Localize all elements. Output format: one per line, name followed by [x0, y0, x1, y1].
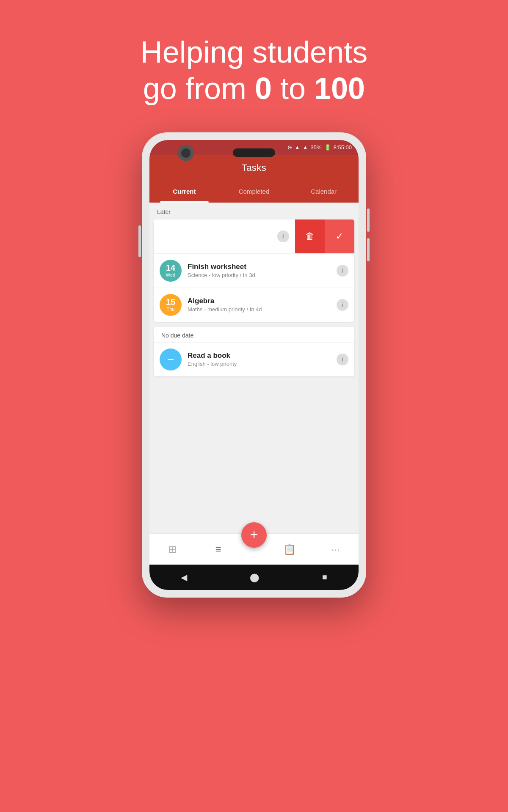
algebra-task-subtitle: Maths - medium priority / In 4d	[188, 306, 337, 313]
dnd-icon: ⊖	[287, 144, 292, 151]
algebra-task-text: Algebra Maths - medium priority / In 4d	[188, 297, 337, 313]
worksheet-task-subtitle: Science - low priority / In 3d	[188, 272, 337, 278]
essay-task-title: essay	[154, 228, 277, 237]
algebra-task-title: Algebra	[188, 297, 337, 305]
list-icon: ≡	[215, 543, 221, 555]
phone-wrapper: ⊖ ▲ ▲ 35% 🔋 8:55:00 Tasks Current	[0, 132, 508, 598]
status-bar-content: ⊖ ▲ ▲ 35% 🔋 8:55:00	[287, 144, 352, 151]
algebra-info-icon[interactable]: i	[337, 299, 348, 311]
hero-line1: Helping students	[0, 34, 508, 70]
nav-more[interactable]: ···	[313, 534, 359, 565]
hero-to: to	[272, 71, 314, 105]
tab-current[interactable]: Current	[149, 181, 219, 203]
later-task-card: essay high priority / In 1d i 🗑	[154, 219, 354, 322]
power-button[interactable]	[138, 225, 141, 257]
read-book-task-text: Read a book English - low priority	[188, 351, 337, 367]
nav-notes[interactable]: 📋	[267, 534, 313, 565]
algebra-date-badge: 15 Thu	[160, 294, 182, 316]
fab-plus-icon: +	[250, 527, 258, 543]
tabs-bar: Current Completed Calendar	[149, 181, 359, 203]
essay-task-info: essay high priority / In 1d i	[154, 219, 295, 253]
essay-task-subtitle: high priority / In 1d	[154, 238, 277, 244]
nav-tasks[interactable]: ≡	[196, 534, 242, 565]
algebra-task-row[interactable]: 15 Thu Algebra Maths - medium priority /…	[154, 288, 354, 322]
delete-button[interactable]: 🗑	[295, 219, 325, 253]
recents-button[interactable]: ■	[322, 572, 327, 582]
essay-task-row[interactable]: essay high priority / In 1d i 🗑	[154, 219, 354, 253]
worksheet-task-text: Finish worksheet Science - low priority …	[188, 263, 337, 278]
no-due-date-card: No due date − Read a book English - low …	[154, 327, 354, 376]
layers-icon: ⊞	[168, 543, 177, 555]
algebra-day-num: 15	[166, 298, 175, 306]
essay-task-text: essay high priority / In 1d	[154, 228, 277, 244]
worksheet-day-num: 14	[166, 263, 175, 272]
notes-icon: 📋	[283, 543, 296, 555]
algebra-day-name: Thu	[167, 307, 175, 312]
battery-icon: 🔋	[324, 144, 331, 151]
content-area: Later essay high priority / In 1d	[149, 203, 359, 534]
signal-icon: ▲	[303, 144, 308, 151]
volume-up-button[interactable]	[367, 208, 370, 232]
phone-camera	[178, 145, 194, 161]
no-due-label: No due date	[154, 327, 354, 342]
phone-screen: ⊖ ▲ ▲ 35% 🔋 8:55:00 Tasks Current	[149, 140, 359, 590]
hero-line2: go from 0 to 100	[0, 70, 508, 107]
read-book-badge: −	[160, 348, 182, 370]
home-button[interactable]: ⬤	[250, 572, 259, 582]
volume-down-button[interactable]	[367, 238, 370, 261]
android-nav-bar: ◀ ⬤ ■	[149, 565, 359, 590]
phone-speaker	[233, 148, 275, 157]
worksheet-info-icon[interactable]: i	[337, 265, 348, 277]
worksheet-task-title: Finish worksheet	[188, 263, 337, 271]
swipe-actions: 🗑 ✓	[295, 219, 354, 253]
bottom-nav: + ⊞ ≡ 📋 ···	[149, 534, 359, 565]
read-book-task-subtitle: English - low priority	[188, 361, 337, 367]
hero-line2-prefix: go from	[143, 71, 255, 105]
back-button[interactable]: ◀	[181, 572, 187, 582]
hero-text: Helping students go from 0 to 100	[0, 0, 508, 107]
battery-text: 35%	[311, 144, 322, 151]
tab-calendar[interactable]: Calendar	[289, 181, 359, 203]
read-book-info-icon[interactable]: i	[337, 354, 348, 365]
time-display: 8:55:00	[334, 144, 352, 151]
wifi-icon: ▲	[295, 144, 300, 151]
worksheet-task-row[interactable]: 14 Wed Finish worksheet Science - low pr…	[154, 253, 354, 288]
nav-layers[interactable]: ⊞	[149, 534, 196, 565]
fab-button[interactable]: +	[241, 522, 267, 548]
app-title: Tasks	[242, 162, 267, 173]
hero-zero: 0	[255, 71, 272, 105]
check-icon: ✓	[336, 231, 343, 242]
worksheet-date-badge: 14 Wed	[160, 260, 182, 282]
phone-device: ⊖ ▲ ▲ 35% 🔋 8:55:00 Tasks Current	[142, 132, 366, 598]
hero-hundred: 100	[314, 71, 365, 105]
complete-button[interactable]: ✓	[325, 219, 354, 253]
essay-info-icon[interactable]: i	[277, 230, 289, 242]
later-section-label: Later	[149, 203, 359, 219]
more-icon: ···	[331, 543, 340, 555]
read-book-task-title: Read a book	[188, 351, 337, 360]
trash-icon: 🗑	[305, 231, 315, 242]
tab-completed[interactable]: Completed	[219, 181, 289, 203]
worksheet-day-name: Wed	[166, 272, 175, 277]
read-book-task-row[interactable]: − Read a book English - low priority i	[154, 342, 354, 376]
